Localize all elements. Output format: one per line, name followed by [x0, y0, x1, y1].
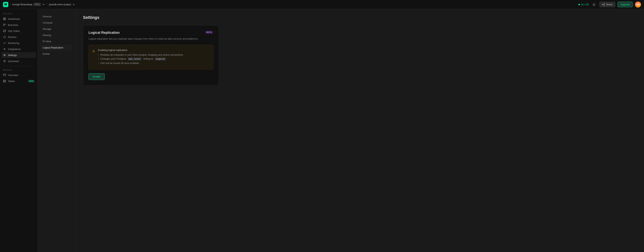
settings-nav-delete[interactable]: Delete [41, 51, 72, 57]
sidebar-item-quickstart[interactable]: Quickstart [2, 58, 36, 64]
svg-point-8 [4, 25, 4, 26]
code-wal-level: wal_level [128, 58, 142, 60]
sidebar-item-monitoring-label: Monitoring [8, 42, 20, 44]
main-content: General Compute Storage Sharing IP Allow… [38, 9, 644, 252]
sidebar-item-sql-editor[interactable]: SQL Editor [2, 28, 36, 34]
warning-item-2: Changes your Postgres wal_level setting … [98, 57, 210, 60]
avatar-initials: AB [636, 3, 640, 6]
main-layout: PROJECT Dashboard Branches [0, 9, 644, 252]
settings-nav-storage-label: Storage [43, 28, 51, 30]
sql-editor-icon [3, 30, 6, 32]
sidebar: PROJECT Dashboard Branches [0, 9, 38, 252]
card-title: Logical Replication [88, 31, 120, 35]
status-label: ALL OK [581, 3, 589, 6]
sidebar-item-dashboard-label: Dashboard [8, 18, 20, 20]
settings-nav-logical-replication-label: Logical Replication [43, 46, 63, 49]
settings-main: Settings Logical Replication BETA Logica… [76, 9, 226, 252]
settings-nav-sharing-label: Sharing [43, 34, 51, 36]
status-section: ALL OK [578, 3, 589, 6]
svg-rect-6 [5, 19, 6, 20]
sidebar-item-restore-label: Restore [8, 36, 16, 38]
sidebar-item-branches[interactable]: Branches [2, 22, 36, 28]
svg-point-0 [604, 3, 605, 4]
settings-nav-general-label: General [43, 15, 51, 18]
nav-right-section: ALL OK Share Upgrade AB [578, 2, 641, 8]
chevron-down-icon-2 [72, 3, 75, 6]
code-logical: logical [155, 58, 166, 60]
nav-separator-1: / [10, 3, 10, 6]
warning-list: Restarts all computes in your Neon proje… [98, 54, 210, 64]
chevron-down-icon [42, 3, 45, 6]
sidebar-project-label: PROJECT [2, 13, 36, 15]
dashboard-icon [3, 17, 6, 20]
sidebar-item-settings[interactable]: Settings [2, 52, 36, 58]
sidebar-item-overview[interactable]: Overview [2, 72, 36, 78]
sidebar-item-integrations-label: Integrations [8, 48, 21, 50]
svg-point-1 [602, 4, 603, 5]
enable-button[interactable]: Enable [88, 73, 105, 80]
nav-project[interactable]: peerdb-neon-project [49, 3, 75, 6]
settings-nav-storage[interactable]: Storage [41, 26, 72, 32]
settings-nav-logical-replication[interactable]: Logical Replication [41, 45, 72, 50]
svg-point-11 [4, 48, 5, 50]
logical-replication-card: Logical Replication BETA Logical replica… [83, 25, 219, 86]
enable-label: Enable [93, 75, 100, 78]
nav-logo [3, 2, 8, 7]
nav-separator-2: / [46, 3, 47, 6]
upgrade-button[interactable]: Upgrade [618, 2, 633, 7]
share-button[interactable]: Share [599, 2, 615, 7]
sidebar-item-dashboard[interactable]: Dashboard [2, 16, 36, 22]
warning-label: Enabling logical replication: [98, 49, 210, 52]
svg-rect-15 [4, 80, 6, 82]
tables-icon [3, 80, 6, 82]
settings-nav-sharing[interactable]: Sharing [41, 32, 72, 38]
settings-icon [3, 54, 6, 56]
sidebar-item-branches-label: Branches [8, 24, 18, 26]
nav-user[interactable]: Amogh Bharadwaj FREE [12, 3, 45, 6]
sidebar-item-integrations[interactable]: Integrations [2, 46, 36, 52]
settings-layout: General Compute Storage Sharing IP Allow… [38, 9, 644, 252]
settings-nav-compute[interactable]: Compute [41, 20, 72, 26]
status-dot [578, 4, 580, 5]
settings-nav: General Compute Storage Sharing IP Allow… [38, 9, 76, 252]
notifications-button[interactable] [591, 2, 597, 8]
top-navigation: / Amogh Bharadwaj FREE / peerdb-neon-pro… [0, 0, 644, 9]
tables-new-badge: NEW [28, 80, 34, 82]
sidebar-item-overview-label: Overview [8, 74, 18, 76]
restore-icon [3, 36, 6, 38]
svg-point-2 [604, 5, 605, 6]
sidebar-item-quickstart-label: Quickstart [8, 60, 19, 62]
upgrade-label: Upgrade [620, 3, 630, 6]
sidebar-item-sql-editor-label: SQL Editor [8, 30, 20, 32]
svg-rect-4 [5, 18, 6, 19]
warning-item-3: Can not be turned off once enabled [98, 62, 210, 64]
sidebar-branch-label: BRANCH [2, 69, 36, 71]
sidebar-item-settings-label: Settings [8, 54, 17, 56]
nav-project-name: peerdb-neon-project [49, 3, 71, 6]
sidebar-item-tables[interactable]: Tables NEW [2, 78, 36, 84]
share-label: Share [606, 3, 612, 6]
sidebar-divider [3, 66, 34, 66]
warning-item-1: Restarts all computes in your Neon proje… [98, 54, 210, 56]
settings-nav-delete-label: Delete [43, 52, 50, 55]
svg-rect-3 [4, 18, 4, 19]
sidebar-item-monitoring[interactable]: Monitoring [2, 40, 36, 46]
integrations-icon [3, 48, 6, 50]
sidebar-item-tables-label: Tables [8, 80, 15, 82]
nav-user-name: Amogh Bharadwaj [12, 3, 32, 6]
svg-point-12 [4, 55, 5, 56]
svg-point-7 [4, 24, 4, 25]
card-header: Logical Replication BETA [88, 31, 213, 35]
monitoring-icon [3, 42, 6, 44]
settings-nav-general[interactable]: General [41, 14, 72, 20]
page-title: Settings [83, 15, 219, 20]
svg-rect-14 [4, 74, 6, 76]
settings-nav-ip-allow[interactable]: IP Allow [41, 38, 72, 44]
warning-content: Enabling logical replication: Restarts a… [98, 49, 210, 66]
beta-badge: BETA [205, 31, 213, 34]
avatar[interactable]: AB [635, 2, 641, 8]
warning-icon [92, 49, 96, 53]
overview-icon [3, 74, 6, 76]
quickstart-icon [3, 60, 6, 62]
sidebar-item-restore[interactable]: Restore [2, 34, 36, 40]
